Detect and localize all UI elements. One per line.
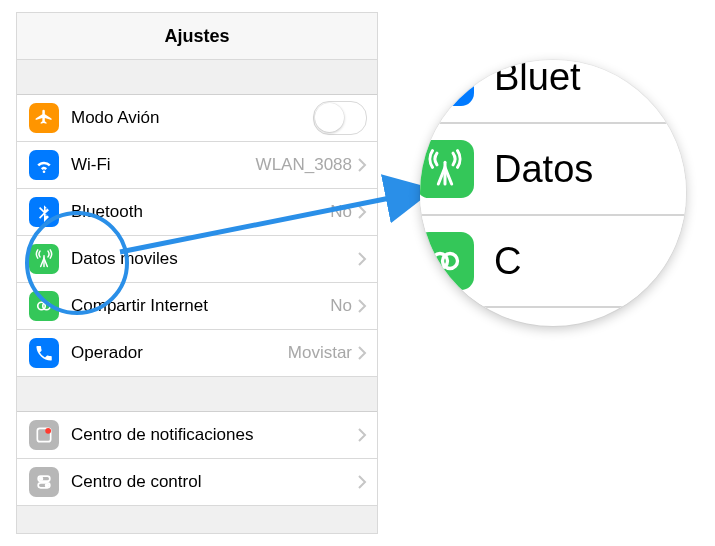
row-control-center[interactable]: Centro de control (17, 459, 377, 506)
control-center-icon (29, 467, 59, 497)
bluetooth-icon (420, 60, 474, 106)
chevron-right-icon (358, 475, 367, 489)
row-personal-hotspot[interactable]: Compartir Internet No (17, 283, 377, 330)
hotspot-icon (29, 291, 59, 321)
row-airplane-mode[interactable]: Modo Avión (17, 95, 377, 142)
row-label: Operador (71, 343, 143, 363)
zoom-label: Bluet (494, 60, 581, 99)
bluetooth-icon (29, 197, 59, 227)
row-label: Centro de notificaciones (71, 425, 253, 445)
row-value: Movistar (288, 343, 352, 363)
section-gap (17, 377, 377, 412)
chevron-right-icon (358, 428, 367, 442)
row-label: Datos moviles (71, 249, 178, 269)
svg-point-5 (40, 477, 43, 480)
zoom-row-bluetooth: Bluet (420, 60, 686, 124)
row-value: No (330, 296, 352, 316)
notification-center-icon (29, 420, 59, 450)
cell-tower-icon (29, 244, 59, 274)
row-carrier[interactable]: Operador Movistar (17, 330, 377, 377)
section-gap (17, 60, 377, 95)
zoom-row-hotspot: C (420, 216, 686, 308)
zoom-lens: Bluet Datos C (420, 60, 686, 326)
chevron-right-icon (358, 299, 367, 313)
svg-point-1 (43, 302, 51, 310)
chevron-right-icon (358, 158, 367, 172)
hotspot-icon (420, 232, 474, 290)
wifi-icon (29, 150, 59, 180)
row-label: Centro de control (71, 472, 201, 492)
zoom-row-cellular: Datos (420, 124, 686, 216)
zoom-label: Datos (494, 148, 593, 191)
svg-point-7 (46, 484, 49, 487)
toggle-knob (315, 103, 344, 132)
chevron-right-icon (358, 346, 367, 360)
row-bluetooth[interactable]: Bluetooth No (17, 189, 377, 236)
row-label: Bluetooth (71, 202, 143, 222)
cell-tower-icon (420, 140, 474, 198)
chevron-right-icon (358, 205, 367, 219)
page-title: Ajustes (17, 13, 377, 60)
row-label: Compartir Internet (71, 296, 208, 316)
row-wifi[interactable]: Wi-Fi WLAN_3088 (17, 142, 377, 189)
row-label: Wi-Fi (71, 155, 111, 175)
phone-icon (29, 338, 59, 368)
row-label: Modo Avión (71, 108, 160, 128)
airplane-toggle[interactable] (313, 101, 367, 135)
row-cellular-data[interactable]: Datos moviles (17, 236, 377, 283)
airplane-icon (29, 103, 59, 133)
row-notification-center[interactable]: Centro de notificaciones (17, 412, 377, 459)
svg-point-3 (45, 428, 51, 434)
zoom-label: C (494, 240, 521, 283)
chevron-right-icon (358, 252, 367, 266)
svg-point-10 (443, 254, 458, 269)
row-value: WLAN_3088 (256, 155, 352, 175)
settings-window: Ajustes Modo Avión Wi-Fi WLAN_3088 Bluet… (16, 12, 378, 534)
row-value: No (330, 202, 352, 222)
